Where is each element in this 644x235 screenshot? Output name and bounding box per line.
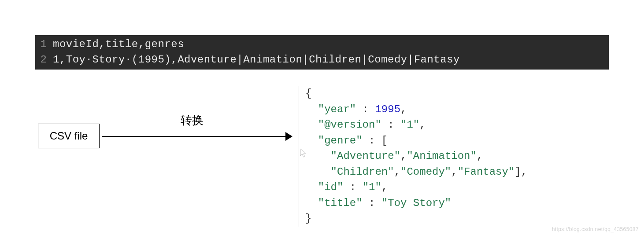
- json-brace-close: }: [305, 211, 527, 227]
- json-line-genre-items-2: "Children","Comedy","Fantasy"],: [305, 164, 527, 180]
- json-line-genre-items-1: "Adventure","Animation",: [305, 148, 527, 164]
- line-number: 1: [35, 37, 53, 52]
- line-number: 2: [35, 52, 53, 68]
- csv-file-label: CSV file: [50, 130, 88, 142]
- json-brace-open: {: [305, 86, 527, 102]
- json-line-title: "title" : "Toy Story": [305, 195, 527, 211]
- json-line-version: "@version" : "1",: [305, 117, 527, 133]
- json-line-year: "year" : 1995,: [305, 102, 527, 118]
- json-output-block: { "year" : 1995, "@version" : "1", "genr…: [299, 86, 527, 227]
- line-content: 1,Toy·Story·(1995),Adventure|Animation|C…: [53, 52, 460, 68]
- transform-arrow: [102, 132, 292, 141]
- json-line-genre: "genre" : [: [305, 133, 527, 149]
- csv-code-block: 1 movieId,title,genres 2 1,Toy·Story·(19…: [35, 35, 609, 70]
- watermark-text: https://blog.csdn.net/qq_43565087: [552, 226, 639, 232]
- arrow-label: 转换: [181, 113, 204, 128]
- json-line-id: "id" : "1",: [305, 180, 527, 195]
- code-line-2: 2 1,Toy·Story·(1995),Adventure|Animation…: [35, 52, 609, 68]
- arrow-head-icon: [285, 132, 292, 141]
- code-line-1: 1 movieId,title,genres: [35, 37, 609, 52]
- line-content: movieId,title,genres: [53, 37, 184, 52]
- csv-file-box: CSV file: [38, 124, 100, 148]
- arrow-line: [102, 136, 286, 137]
